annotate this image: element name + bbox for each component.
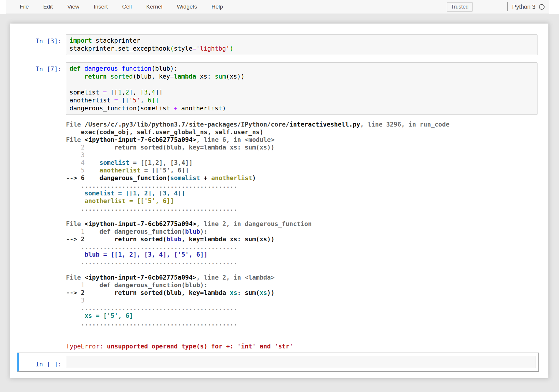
kernel-name-label: Python 3	[512, 4, 535, 10]
kernel-divider	[507, 2, 508, 11]
output-cell: File /Users/c/.py3/lib/python3.7/site-pa…	[10, 121, 548, 350]
menu-items: File Edit View Insert Cell Kernel Widget…	[20, 4, 223, 10]
code-text: def dangerous_function(blub): return sor…	[70, 65, 534, 112]
code-cell-7: In [7]: def dangerous_function(blub): re…	[10, 62, 548, 115]
input-prompt: In [ ]:	[19, 356, 66, 368]
code-input-area[interactable]: def dangerous_function(blub): return sor…	[66, 62, 538, 115]
menu-help[interactable]: Help	[211, 4, 223, 10]
code-text: import stackprinter stackprinter.set_exc…	[70, 37, 534, 53]
menu-insert[interactable]: Insert	[94, 4, 108, 10]
notebook-container: In [3]: import stackprinter stackprinter…	[10, 24, 548, 378]
menu-kernel[interactable]: Kernel	[146, 4, 162, 10]
code-cell-3: In [3]: import stackprinter stackprinter…	[10, 34, 548, 55]
menu-edit[interactable]: Edit	[43, 4, 53, 10]
menu-view[interactable]: View	[67, 4, 79, 10]
input-prompt: In [3]:	[10, 34, 66, 45]
traceback-text: File /Users/c/.py3/lib/python3.7/site-pa…	[66, 121, 548, 350]
selected-empty-cell[interactable]: In [ ]:	[17, 353, 539, 372]
output-prompt-spacer	[10, 121, 66, 124]
notebook-menubar: File Edit View Insert Cell Kernel Widget…	[6, 0, 549, 14]
trusted-status-badge: Trusted	[447, 2, 473, 12]
code-input-area[interactable]: import stackprinter stackprinter.set_exc…	[66, 34, 538, 55]
traceback-output: File /Users/c/.py3/lib/python3.7/site-pa…	[66, 121, 548, 350]
page-background: In [3]: import stackprinter stackprinter…	[0, 14, 559, 392]
empty-code-input[interactable]	[66, 356, 535, 368]
kernel-idle-icon	[539, 4, 545, 10]
menu-widgets[interactable]: Widgets	[177, 4, 197, 10]
menu-file[interactable]: File	[20, 4, 29, 10]
menu-cell[interactable]: Cell	[122, 4, 132, 10]
menubar-right: Trusted Python 3	[447, 2, 545, 12]
input-prompt: In [7]:	[10, 62, 66, 73]
